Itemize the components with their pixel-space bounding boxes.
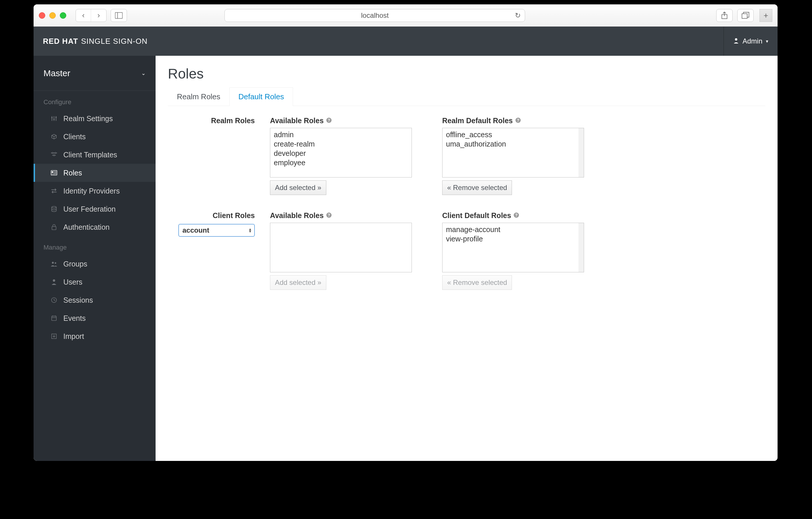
chevron-down-icon: ▾ <box>766 38 768 44</box>
share-button[interactable] <box>716 9 733 22</box>
share-icon <box>721 12 728 19</box>
list-option[interactable]: create-realm <box>274 139 408 149</box>
sidebar-item-identity-providers[interactable]: Identity Providers <box>34 182 155 200</box>
sidebar: Master ⌄ Configure Realm Settings Client… <box>34 56 155 461</box>
maximize-window-icon[interactable] <box>60 12 66 19</box>
sidebar-item-user-federation[interactable]: User Federation <box>34 200 155 218</box>
list-option[interactable]: view-profile <box>446 234 580 243</box>
brand-bold: RED HAT <box>43 37 78 46</box>
client-select-value: account <box>182 226 209 234</box>
list-option[interactable]: offline_access <box>446 130 580 139</box>
sidebar-item-clients[interactable]: Clients <box>34 127 155 146</box>
brand-rest: SINGLE SIGN-ON <box>81 37 148 46</box>
cubes-icon <box>51 152 58 157</box>
sidebar-item-groups[interactable]: Groups <box>34 255 155 273</box>
realm-available-col: Available Roles ? admincreate-realmdevel… <box>270 116 412 195</box>
realm-assigned-col: Realm Default Roles ? offline_accessuma_… <box>442 116 584 195</box>
user-menu[interactable]: Admin ▾ <box>724 27 768 56</box>
tab-realm-roles[interactable]: Realm Roles <box>168 87 229 106</box>
list-option[interactable]: admin <box>274 130 408 139</box>
new-tab-button[interactable]: ＋ <box>759 9 772 22</box>
realm-available-label: Available Roles ? <box>270 116 412 125</box>
svg-rect-9 <box>52 171 53 173</box>
sidebar-item-events[interactable]: Events <box>34 309 155 327</box>
tabs: Realm Roles Default Roles <box>168 87 765 106</box>
database-icon <box>51 206 58 212</box>
scrollbar[interactable] <box>579 128 584 177</box>
realm-roles-label: Realm Roles <box>168 116 270 195</box>
url-bar[interactable]: localhost ↻ <box>225 9 525 22</box>
add-selected-button[interactable]: Add selected » <box>270 275 326 290</box>
sidebar-item-label: User Federation <box>63 205 116 213</box>
svg-rect-14 <box>52 227 56 230</box>
client-available-label: Available Roles ? <box>270 211 412 220</box>
user-icon <box>51 279 58 285</box>
client-select[interactable]: account ▲▼ <box>178 224 255 237</box>
remove-selected-button[interactable]: « Remove selected <box>442 180 512 195</box>
help-icon[interactable]: ? <box>514 212 519 219</box>
help-icon[interactable]: ? <box>326 117 332 124</box>
tabs-button[interactable] <box>737 9 754 22</box>
client-assigned-label: Client Default Roles ? <box>442 211 584 220</box>
sidebar-item-roles[interactable]: Roles <box>34 164 155 182</box>
scrollbar[interactable] <box>579 223 584 272</box>
sidebar-item-label: Groups <box>63 260 87 268</box>
url-text: localhost <box>361 11 389 20</box>
client-roles-body: Available Roles ? Add selected » Client … <box>270 211 765 290</box>
client-available-listbox[interactable] <box>270 223 412 272</box>
help-icon[interactable]: ? <box>326 212 332 219</box>
sidebar-item-label: Users <box>63 278 82 286</box>
add-selected-button[interactable]: Add selected » <box>270 180 326 195</box>
client-assigned-listbox[interactable]: manage-accountview-profile <box>442 223 584 272</box>
list-option[interactable]: developer <box>274 149 408 158</box>
svg-text:?: ? <box>517 118 519 123</box>
close-window-icon[interactable] <box>39 12 45 19</box>
remove-selected-button[interactable]: « Remove selected <box>442 275 512 290</box>
brand-logo[interactable]: RED HAT SINGLE SIGN-ON <box>43 37 147 46</box>
realm-available-listbox[interactable]: admincreate-realmdeveloperemployee <box>270 128 412 177</box>
section-label-configure: Configure <box>34 91 155 110</box>
realm-assigned-label: Realm Default Roles ? <box>442 116 584 125</box>
sidebar-item-import[interactable]: Import <box>34 327 155 345</box>
refresh-icon[interactable]: ↻ <box>515 11 521 20</box>
back-button[interactable]: ‹ <box>76 9 91 22</box>
default-roles-form: Realm Roles Available Roles ? admincreat… <box>168 116 765 290</box>
realm-selector[interactable]: Master ⌄ <box>34 56 155 91</box>
sidebar-icon <box>115 12 123 19</box>
svg-rect-19 <box>52 316 56 320</box>
svg-rect-0 <box>115 12 123 19</box>
user-icon <box>733 38 739 45</box>
client-available-col: Available Roles ? Add selected » <box>270 211 412 290</box>
app-header: RED HAT SINGLE SIGN-ON Admin ▾ <box>34 27 778 56</box>
tab-default-roles[interactable]: Default Roles <box>229 87 293 106</box>
svg-point-4 <box>735 38 737 40</box>
svg-point-5 <box>51 117 53 118</box>
sidebar-item-label: Client Templates <box>63 151 117 159</box>
forward-button[interactable]: › <box>91 9 106 22</box>
realm-name: Master <box>44 68 70 78</box>
select-arrows-icon: ▲▼ <box>249 228 252 233</box>
sidebar-item-authentication[interactable]: Authentication <box>34 218 155 236</box>
sidebar-item-label: Import <box>63 332 84 341</box>
id-card-icon <box>51 170 58 175</box>
list-option[interactable]: employee <box>274 158 408 167</box>
help-icon[interactable]: ? <box>515 117 521 124</box>
minimize-window-icon[interactable] <box>49 12 56 19</box>
list-option[interactable]: manage-account <box>446 225 580 234</box>
client-assigned-col: Client Default Roles ? manage-accountvie… <box>442 211 584 290</box>
list-option[interactable]: uma_authorization <box>446 139 580 149</box>
svg-rect-3 <box>742 14 747 19</box>
sidebar-item-realm-settings[interactable]: Realm Settings <box>34 110 155 127</box>
user-name: Admin <box>743 37 762 45</box>
realm-assigned-listbox[interactable]: offline_accessuma_authorization <box>442 128 584 177</box>
sidebar-item-client-templates[interactable]: Client Templates <box>34 146 155 164</box>
sidebar-item-label: Identity Providers <box>63 187 120 195</box>
svg-text:?: ? <box>328 213 330 218</box>
exchange-icon <box>51 189 58 193</box>
lock-icon <box>51 224 58 230</box>
sliders-icon <box>51 116 58 121</box>
realm-roles-body: Available Roles ? admincreate-realmdevel… <box>270 116 765 195</box>
sidebar-toggle-button[interactable] <box>111 9 127 22</box>
sidebar-item-users[interactable]: Users <box>34 273 155 291</box>
sidebar-item-sessions[interactable]: Sessions <box>34 291 155 309</box>
